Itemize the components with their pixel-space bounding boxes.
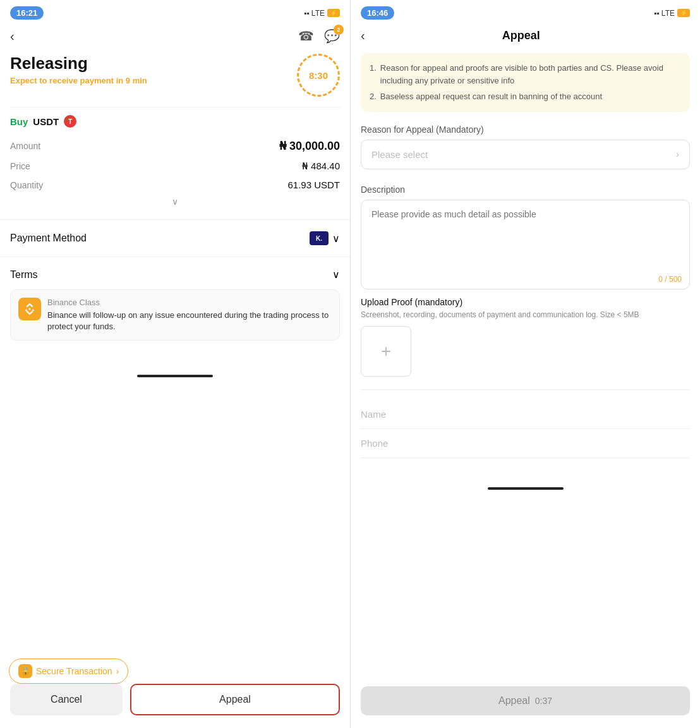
terms-chevron: ∨ — [332, 269, 340, 281]
terms-label: Terms — [10, 269, 38, 281]
chat-icon[interactable]: 💬 2 — [324, 28, 340, 44]
phone-field[interactable]: Phone — [361, 429, 690, 458]
secure-arrow-icon: › — [116, 666, 119, 676]
notice-item-1: 1. Reason for appeal and proofs are visi… — [370, 62, 681, 87]
nav-left: ‹ ☎ 💬 2 — [0, 23, 350, 49]
char-count: 0 / 500 — [361, 272, 689, 289]
plus-icon: + — [381, 341, 391, 361]
divider-right — [361, 389, 690, 390]
phone-placeholder: Phone — [361, 438, 388, 449]
name-placeholder: Name — [361, 409, 386, 420]
countdown-timer: 8:30 — [297, 54, 340, 97]
amount-value: ₦ 30,000.00 — [279, 139, 340, 153]
releasing-subtitle: Expect to receive payment in 9 min — [10, 76, 147, 85]
upload-box[interactable]: + — [361, 326, 411, 377]
expand-row[interactable]: ∨ — [10, 194, 340, 209]
releasing-header: Releasing Expect to receive payment in 9… — [0, 49, 350, 107]
appeal-timer: 0:37 — [535, 696, 552, 706]
reason-arrow-icon: › — [676, 149, 679, 159]
trade-info: Buy USDT T Amount ₦ 30,000.00 Price ₦ 48… — [0, 107, 350, 217]
binance-icon — [18, 298, 41, 320]
secure-transaction-text: Secure Transaction — [36, 666, 112, 676]
appeal-button-right[interactable]: Appeal 0:37 — [361, 686, 690, 715]
payment-icons: K. ∨ — [310, 231, 340, 245]
notice-item-2: 2. Baseless appeal request can result in… — [370, 90, 681, 103]
price-label: Price — [10, 161, 30, 171]
tron-icon: T — [64, 115, 76, 128]
buy-label: Buy USDT T — [10, 115, 340, 128]
expand-icon: ∨ — [172, 197, 178, 207]
kuda-icon: K. — [310, 231, 329, 245]
binance-class-text: Binance Class Binance will follow-up on … — [47, 298, 332, 332]
reason-label: Reason for Appeal (Mandatory) — [361, 124, 690, 135]
status-bar-right: 16:46 ▪▪ LTE ⚡ — [351, 0, 700, 23]
quantity-value: 61.93 USDT — [287, 179, 340, 190]
binance-class-title: Binance Class — [47, 298, 332, 307]
home-bar-left — [137, 375, 213, 377]
releasing-title: Releasing — [10, 54, 147, 73]
battery-icon-right: ⚡ — [677, 9, 690, 17]
nav-icons-left: ☎ 💬 2 — [298, 28, 340, 44]
quantity-row: Quantity 61.93 USDT — [10, 176, 340, 194]
buy-text: Buy — [10, 116, 28, 127]
description-textarea[interactable] — [361, 200, 689, 270]
notice-box: 1. Reason for appeal and proofs are visi… — [361, 53, 690, 112]
phone-icon[interactable]: ☎ — [298, 28, 314, 44]
price-row: Price ₦ 484.40 — [10, 157, 340, 176]
home-indicator-right — [351, 463, 700, 495]
payment-method-label: Payment Method — [10, 233, 87, 244]
status-icons-left: ▪▪ LTE ⚡ — [304, 9, 340, 18]
back-button-right[interactable]: ‹ — [361, 28, 365, 43]
signal-icon-left: ▪▪ LTE — [304, 9, 325, 18]
description-label: Description — [361, 185, 690, 195]
reason-select[interactable]: Please select › — [361, 140, 690, 169]
divider-3 — [0, 257, 350, 257]
nav-right: ‹ Appeal — [351, 23, 700, 48]
status-bar-left: 16:21 ▪▪ LTE ⚡ — [0, 0, 350, 23]
cancel-button[interactable]: Cancel — [10, 684, 123, 715]
upload-title: Upload Proof (mandatory) — [361, 297, 690, 307]
back-button-left[interactable]: ‹ — [10, 29, 15, 44]
binance-class-desc: Binance will follow-up on any issue enco… — [47, 310, 332, 332]
terms-content: Binance Class Binance will follow-up on … — [0, 289, 350, 351]
binance-class-card: Binance Class Binance will follow-up on … — [10, 289, 340, 341]
contact-section: Name Phone — [351, 395, 700, 463]
payment-chevron: ∨ — [332, 233, 340, 245]
appeal-btn-label: Appeal — [498, 695, 530, 707]
battery-icon-left: ⚡ — [327, 9, 340, 17]
price-value: ₦ 484.40 — [302, 161, 340, 172]
appeal-page-title: Appeal — [365, 29, 677, 42]
description-textarea-container: 0 / 500 — [361, 200, 690, 289]
subtitle-highlight: 9 min — [126, 76, 147, 85]
reason-placeholder: Please select — [371, 149, 428, 160]
bottom-buttons-left: Cancel Appeal — [0, 684, 350, 715]
coin-label: USDT — [33, 116, 59, 127]
amount-row: Amount ₦ 30,000.00 — [10, 135, 340, 157]
secure-icon: 🔒 — [18, 664, 32, 678]
amount-label: Amount — [10, 141, 40, 151]
quantity-label: Quantity — [10, 180, 43, 190]
payment-method-section[interactable]: Payment Method K. ∨ — [0, 222, 350, 254]
chat-badge: 2 — [334, 25, 344, 35]
terms-section[interactable]: Terms ∨ — [0, 260, 350, 289]
home-bar-right — [488, 487, 564, 490]
status-icons-right: ▪▪ LTE ⚡ — [654, 9, 690, 18]
status-time-left: 16:21 — [10, 6, 44, 20]
appeal-button-left[interactable]: Appeal — [130, 684, 340, 715]
bottom-buttons-right: Appeal 0:37 — [351, 686, 700, 715]
upload-section: Upload Proof (mandatory) Screenshot, rec… — [351, 297, 700, 385]
status-time-right: 16:46 — [361, 6, 394, 20]
divider-2 — [0, 219, 350, 220]
upload-subtitle: Screenshot, recording, documents of paym… — [361, 310, 690, 320]
home-indicator-left — [0, 351, 350, 382]
name-field[interactable]: Name — [361, 400, 690, 429]
reason-section: Reason for Appeal (Mandatory) Please sel… — [351, 117, 700, 177]
signal-icon-right: ▪▪ LTE — [654, 9, 675, 18]
secure-transaction-banner[interactable]: 🔒 Secure Transaction › — [9, 658, 128, 684]
description-section: Description 0 / 500 — [351, 177, 700, 297]
